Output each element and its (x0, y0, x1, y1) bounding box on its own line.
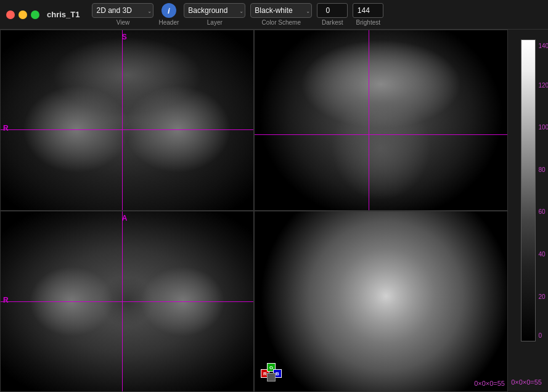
layer-group: Background Overlay Layer (184, 3, 245, 26)
view-group: 2D and 3D 2D only 3D only View (92, 3, 153, 26)
view-select[interactable]: 2D and 3D 2D only 3D only (92, 3, 153, 18)
label-s: S (122, 33, 127, 41)
brightest-label: Brightest (356, 19, 380, 26)
colorbar-tick: 60 (537, 208, 546, 215)
minimize-button[interactable] (18, 10, 27, 19)
panel-coronal[interactable]: S R (0, 30, 254, 211)
coords-overlay: 0×0×0=55 (474, 380, 505, 387)
color-scheme-group: Black-white Hot Cool Rainbow Color Schem… (250, 3, 312, 26)
label-r-axial: R (3, 296, 9, 304)
brightest-input[interactable] (353, 3, 383, 18)
colorbar-wrapper: 140120100806040200 (521, 39, 536, 341)
darkest-group: Darkest (317, 3, 348, 26)
color-scheme-select[interactable]: Black-white Hot Cool Rainbow (250, 3, 312, 18)
label-r-coronal: R (3, 124, 9, 133)
colorbar-tick: 20 (537, 293, 546, 300)
layer-select-wrapper[interactable]: Background Overlay (184, 3, 245, 18)
cube-face-b: B (273, 369, 282, 378)
colorbar-gradient (521, 39, 536, 341)
panel-3d[interactable]: R G B (254, 211, 508, 392)
crosshair-horizontal-axial (1, 301, 253, 302)
app-title: chris_T1 (47, 10, 80, 19)
coords-display: 0×0×0=55 (511, 378, 542, 386)
info-button[interactable]: i (162, 3, 176, 18)
view-label: View (117, 19, 130, 26)
crosshair-vertical-axial (122, 211, 123, 391)
crosshair-vertical-sagittal (369, 30, 369, 210)
darkest-input[interactable] (317, 3, 348, 18)
main-area: S R A R R G B (0, 30, 548, 392)
color-scheme-label: Color Scheme (262, 19, 301, 26)
colorbar-tick: 120 (537, 81, 549, 88)
colorbar-tick: 80 (537, 166, 546, 173)
view-select-wrapper[interactable]: 2D and 3D 2D only 3D only (92, 3, 153, 18)
maximize-button[interactable] (31, 10, 39, 19)
crosshair-horizontal-coronal (1, 129, 253, 130)
crosshair-vertical-coronal (122, 30, 123, 210)
colorbar-tick: 100 (537, 124, 549, 131)
colorbar-tick: 140 (537, 42, 549, 49)
color-scheme-select-wrapper[interactable]: Black-white Hot Cool Rainbow (250, 3, 312, 18)
crosshair-horizontal-sagittal (255, 134, 507, 135)
colorbar-panel: 140120100806040200 0×0×0=55 (508, 30, 548, 392)
colorbar-tick: 0 (537, 332, 542, 339)
colorbar-tick: 40 (537, 250, 546, 257)
brightest-group: Brightest (353, 3, 383, 26)
panel-axial[interactable]: A R (0, 211, 254, 392)
cube-face-g: G (267, 363, 276, 372)
layer-select[interactable]: Background Overlay (184, 3, 245, 18)
label-a: A (122, 214, 128, 223)
orientation-cube: R G B (261, 363, 283, 385)
cube-face-r: R (261, 369, 269, 378)
titlebar: chris_T1 2D and 3D 2D only 3D only View … (0, 0, 548, 30)
layer-label: Layer (207, 19, 223, 26)
window-controls (6, 10, 39, 19)
quad-panels: S R A R R G B (0, 30, 508, 392)
darkest-label: Darkest (322, 19, 343, 26)
panel-sagittal[interactable] (254, 30, 508, 211)
header-group: i Header (158, 3, 179, 26)
header-label: Header (158, 19, 179, 26)
close-button[interactable] (6, 10, 15, 19)
